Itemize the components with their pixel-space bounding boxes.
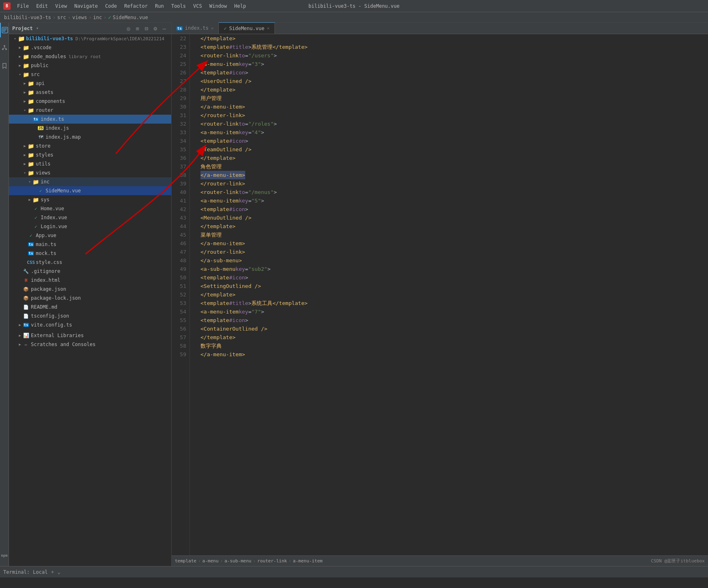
- sidebar-icon-settings[interactable]: ⚙: [152, 25, 159, 32]
- tree-arrow-views-sys[interactable]: ▶: [27, 197, 33, 203]
- tree-arrow-assets[interactable]: ▶: [22, 89, 28, 95]
- panel-tab-npm[interactable]: npm: [0, 548, 9, 563]
- tree-item-assets[interactable]: ▶ 📁 assets: [9, 88, 171, 97]
- status-bc-1[interactable]: a-menu: [203, 558, 219, 564]
- tree-item-vite-config-ts[interactable]: ▶ ts vite.config.ts: [9, 320, 171, 329]
- tree-item-package-lock-json[interactable]: 📦 package-lock.json: [9, 294, 171, 303]
- sidebar-icon-minimize[interactable]: —: [161, 25, 168, 32]
- breadcrumb-item-0[interactable]: bilibili-vue3-ts: [4, 15, 51, 20]
- line-num-38: 38: [172, 171, 186, 179]
- menu-code[interactable]: Code: [102, 2, 120, 10]
- tree-arrow-views-inc[interactable]: ▾: [27, 179, 33, 185]
- tree-item-main-ts[interactable]: ts main.ts: [9, 240, 171, 249]
- panel-tab-bookmarks[interactable]: [0, 59, 9, 73]
- tree-arrow-styles[interactable]: ▶: [22, 152, 28, 158]
- tree-item-style-css[interactable]: CSS style.css: [9, 258, 171, 267]
- tree-item-root[interactable]: ▾ 📁 bilibili-vue3-ts D:\ProgramWorkSpace…: [9, 34, 171, 43]
- tree-arrow-store[interactable]: ▶: [22, 143, 28, 149]
- status-bc-0[interactable]: template: [175, 558, 196, 564]
- gutter-24: [190, 51, 197, 60]
- menu-edit[interactable]: Edit: [33, 2, 51, 10]
- status-bc-4[interactable]: a-menu-item: [293, 558, 322, 564]
- sidebar-icon-locate[interactable]: ◎: [125, 25, 132, 32]
- tree-arrow-public[interactable]: ▶: [17, 63, 23, 68]
- tree-item-readme-md[interactable]: 📄 README.md: [9, 303, 171, 311]
- panel-tab-structure[interactable]: [0, 41, 9, 55]
- tree-item-api[interactable]: ▶ 📁 api: [9, 79, 171, 88]
- tree-item-router-index-js[interactable]: JS index.js: [9, 124, 171, 133]
- tree-arrow-views[interactable]: ▾: [22, 170, 28, 176]
- tree-item-package-json[interactable]: 📦 package.json: [9, 285, 171, 294]
- menu-tools[interactable]: Tools: [168, 2, 189, 10]
- tree-arrow-external-libraries[interactable]: ▶: [17, 333, 23, 338]
- tree-arrow-src[interactable]: ▾: [17, 72, 23, 77]
- tree-item-views-inc[interactable]: ▾ 📁 inc: [9, 177, 171, 186]
- breadcrumb-item-1[interactable]: src: [57, 15, 66, 20]
- tree-label-assets: assets: [36, 89, 53, 95]
- tree-item-components[interactable]: ▶ 📁 components: [9, 97, 171, 106]
- terminal-expand-icon[interactable]: ⌄: [57, 569, 61, 575]
- tree-arrow-utils[interactable]: ▶: [22, 161, 28, 167]
- status-bc-2[interactable]: a-sub-menu: [224, 558, 251, 564]
- terminal-add-icon[interactable]: +: [51, 569, 54, 575]
- tree-item-scratches[interactable]: ▶ ✏ Scratches and Consoles: [9, 340, 171, 349]
- breadcrumb-item-2[interactable]: views: [72, 15, 87, 20]
- tree-item-index-vue[interactable]: ✓ Index.vue: [9, 213, 171, 222]
- tree-item-vscode[interactable]: ▶ 📁 .vscode: [9, 43, 171, 52]
- tree-item-router[interactable]: ▾ 📁 router: [9, 106, 171, 115]
- breadcrumb-item-4-label[interactable]: SideMenu.vue: [113, 15, 148, 20]
- tree-item-public[interactable]: ▶ 📁 public: [9, 61, 171, 70]
- tab-index-ts[interactable]: ts index.ts ✕: [172, 22, 219, 34]
- tab-close-sidemenu-vue[interactable]: ✕: [267, 26, 270, 31]
- tree-item-utils[interactable]: ▶ 📁 utils: [9, 159, 171, 168]
- sidebar-icon-expand[interactable]: ≡: [134, 25, 141, 32]
- menu-vcs[interactable]: VCS: [190, 2, 205, 10]
- tree-item-store[interactable]: ▶ 📁 store: [9, 142, 171, 150]
- tree-item-router-index-ts[interactable]: ts index.ts: [9, 115, 171, 124]
- menu-file[interactable]: File: [14, 2, 32, 10]
- tree-item-styles[interactable]: ▶ 📁 styles: [9, 150, 171, 159]
- tree-arrow-vscode[interactable]: ▶: [17, 45, 23, 50]
- tree-arrow-scratches[interactable]: ▶: [17, 342, 23, 347]
- menu-view[interactable]: View: [52, 2, 70, 10]
- tree-item-src[interactable]: ▾ 📁 src: [9, 70, 171, 79]
- gutter-38: [190, 171, 197, 179]
- menu-navigate[interactable]: Navigate: [71, 2, 101, 10]
- status-bc-3[interactable]: router-link: [257, 558, 287, 564]
- code-content[interactable]: </template> <template #title>系统管理</templ…: [197, 34, 708, 555]
- tree-item-node-modules[interactable]: ▶ 📁 node_modules library root: [9, 52, 171, 61]
- line-num-31: 31: [172, 111, 186, 120]
- tree-arrow-api[interactable]: ▶: [22, 81, 28, 86]
- menu-window[interactable]: Window: [206, 2, 230, 10]
- tree-arrow-node-modules[interactable]: ▶: [17, 54, 23, 59]
- panel-tab-project[interactable]: [0, 23, 9, 37]
- tree-item-views[interactable]: ▾ 📁 views: [9, 168, 171, 177]
- tree-item-app-vue[interactable]: ✓ App.vue: [9, 231, 171, 240]
- tree-item-external-libraries[interactable]: ▶ 📊 External Libraries: [9, 331, 171, 340]
- tree-item-gitignore[interactable]: 🔧 .gitignore: [9, 267, 171, 276]
- tree-item-router-index-js-map[interactable]: 🗺 index.js.map: [9, 133, 171, 142]
- scratches-icon: ✏: [23, 341, 29, 348]
- breadcrumb-item-3[interactable]: inc: [93, 15, 102, 20]
- tree-arrow-components[interactable]: ▶: [22, 98, 28, 104]
- tree-item-login-vue[interactable]: ✓ Login.vue: [9, 222, 171, 231]
- tree-item-home-vue[interactable]: ✓ Home.vue: [9, 204, 171, 213]
- tab-close-index-ts[interactable]: ✕: [211, 26, 214, 31]
- tree-item-views-sys[interactable]: ▶ 📁 sys: [9, 195, 171, 204]
- sidebar-icon-collapse[interactable]: ⊟: [143, 25, 150, 32]
- ts-icon-tab: ts: [176, 25, 183, 31]
- gutter-22: [190, 34, 197, 43]
- breadcrumb-item-4[interactable]: ✓: [108, 15, 111, 20]
- menu-help[interactable]: Help: [231, 2, 249, 10]
- menu-run[interactable]: Run: [152, 2, 167, 10]
- tab-sidemenu-vue[interactable]: ✓ SideMenu.vue ✕: [219, 22, 275, 34]
- status-bar: template › a-menu › a-sub-menu › router-…: [172, 555, 708, 566]
- tree-item-mock-ts[interactable]: ts mock.ts: [9, 249, 171, 258]
- tree-arrow-root[interactable]: ▾: [12, 36, 18, 41]
- menu-refactor[interactable]: Refactor: [121, 2, 151, 10]
- tree-item-tsconfig-json[interactable]: 📄 tsconfig.json: [9, 311, 171, 320]
- terminal-local[interactable]: Local: [33, 569, 48, 575]
- tree-item-sidemenu-vue[interactable]: ✓ SideMenu.vue: [9, 186, 171, 195]
- tree-item-index-html[interactable]: H index.html: [9, 276, 171, 285]
- tree-arrow-router[interactable]: ▾: [22, 107, 28, 113]
